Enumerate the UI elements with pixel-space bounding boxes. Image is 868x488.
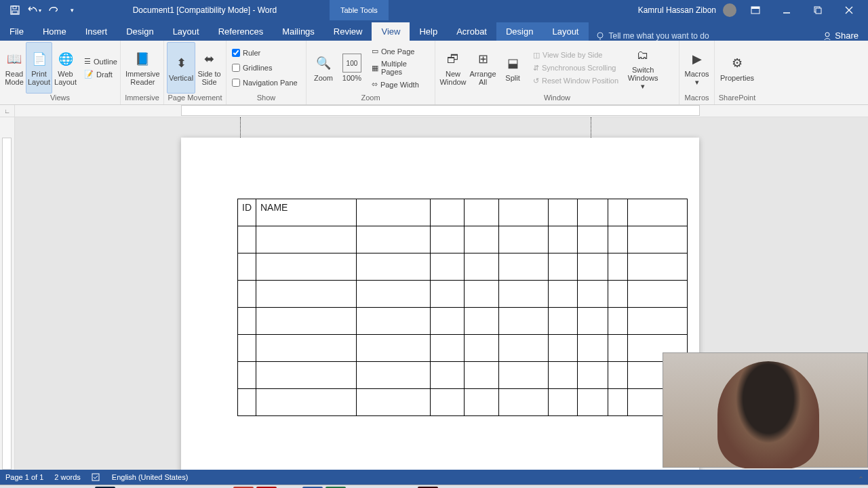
new-window-icon: 🗗 — [443, 49, 462, 68]
table-row[interactable] — [238, 253, 688, 281]
page-width-button[interactable]: ⬄Page Width — [369, 79, 429, 90]
tab-help[interactable]: Help — [410, 22, 447, 41]
sync-icon: ⇵ — [533, 64, 539, 73]
table-cell[interactable] — [499, 199, 549, 226]
tab-home[interactable]: Home — [33, 22, 76, 41]
table-cell[interactable] — [357, 199, 431, 226]
switch-icon: 🗂 — [633, 45, 652, 64]
tab-file[interactable]: File — [0, 22, 33, 41]
tab-references[interactable]: References — [209, 22, 273, 41]
document-table[interactable]: ID NAME — [237, 199, 688, 416]
table-cell[interactable]: NAME — [256, 199, 357, 226]
onepage-icon: ▭ — [372, 47, 378, 56]
table-cell[interactable] — [608, 199, 628, 226]
tab-view[interactable]: View — [372, 22, 410, 41]
tab-insert[interactable]: Insert — [76, 22, 117, 41]
ruler-row: ∟ — [0, 105, 868, 117]
switch-windows-button[interactable]: 🗂Switch Windows ▾ — [624, 42, 662, 94]
draft-button[interactable]: 📝Draft — [81, 68, 120, 80]
page-count[interactable]: Page 1 of 1 — [5, 473, 43, 481]
table-cell[interactable] — [431, 199, 465, 226]
ribbon-tabs: File Home Insert Design Layout Reference… — [0, 20, 868, 41]
table-row[interactable] — [238, 335, 688, 362]
bulb-icon — [595, 31, 605, 41]
table-cell[interactable]: ID — [238, 199, 256, 226]
ribbon-display-icon[interactable] — [743, 0, 768, 20]
group-sharepoint: ⚙Properties SharePoint — [715, 41, 760, 104]
close-icon[interactable] — [837, 0, 861, 20]
horizontal-ruler[interactable] — [15, 105, 868, 117]
vertical-ruler[interactable] — [0, 117, 15, 470]
spell-check-icon[interactable] — [92, 472, 101, 482]
read-mode-button[interactable]: 📖 Read Mode — [3, 42, 26, 94]
gridlines-checkbox[interactable]: Gridlines — [232, 61, 298, 75]
ribbon-body: 📖 Read Mode 📄 Print Layout 🌐 Web Layout … — [0, 41, 868, 105]
table-row[interactable] — [238, 389, 688, 416]
word-count[interactable]: 2 words — [54, 473, 81, 481]
user-avatar[interactable] — [723, 3, 736, 17]
table-cell[interactable] — [465, 199, 499, 226]
svg-rect-4 — [751, 7, 760, 9]
split-button[interactable]: ⬓Split — [498, 42, 528, 94]
tab-layout[interactable]: Layout — [163, 22, 209, 41]
table-row[interactable] — [238, 226, 688, 253]
taskbar: ◫ 📁 ▣ Ps 🌐 ▶ ☁ ⬣ 🌈 N A ◉ W X ▦ ● ◢ Ai ⧩ … — [0, 485, 868, 488]
new-window-button[interactable]: 🗗New Window — [438, 42, 468, 94]
immersive-icon: 📘 — [133, 49, 152, 68]
table-row[interactable] — [238, 308, 688, 335]
maximize-icon[interactable] — [806, 0, 830, 20]
svg-rect-7 — [816, 8, 821, 14]
one-page-button[interactable]: ▭One Page — [369, 45, 429, 57]
ruler-checkbox[interactable]: Ruler — [232, 46, 298, 60]
tell-me-search[interactable]: Tell me what you want to do — [589, 31, 716, 41]
properties-icon: ⚙ — [728, 54, 747, 73]
redo-icon[interactable] — [45, 2, 61, 18]
zoom-100-button[interactable]: 100100% — [338, 42, 366, 94]
table-row[interactable] — [238, 362, 688, 389]
collapse-ribbon-icon[interactable]: ⌃ — [858, 475, 864, 484]
user-name: Kamrul Hassan Zibon — [638, 5, 716, 15]
tab-table-design[interactable]: Design — [496, 22, 542, 41]
table-cell[interactable] — [549, 199, 578, 226]
share-button[interactable]: Share — [813, 30, 868, 41]
draft-icon: 📝 — [84, 70, 94, 79]
zoom-button[interactable]: 🔍Zoom — [309, 42, 338, 94]
page[interactable]: ID NAME — [181, 138, 699, 470]
vertical-icon: ⬍ — [172, 54, 191, 73]
read-mode-icon: 📖 — [5, 49, 24, 68]
multi-icon: ▦ — [372, 64, 378, 73]
tab-mailings[interactable]: Mailings — [273, 22, 324, 41]
view-side-by-side-button: ◫View Side by Side — [530, 49, 621, 61]
hundred-icon: 100 — [342, 54, 361, 73]
minimize-icon[interactable] — [774, 0, 799, 20]
table-row[interactable] — [238, 281, 688, 308]
navpane-checkbox[interactable]: Navigation Pane — [232, 76, 298, 89]
macros-button[interactable]: ▶Macros▾ — [682, 42, 711, 94]
table-cell[interactable] — [578, 199, 608, 226]
language-status[interactable]: English (United States) — [112, 473, 189, 481]
web-layout-icon: 🌐 — [56, 49, 75, 68]
print-layout-button[interactable]: 📄 Print Layout — [26, 42, 52, 94]
table-cell[interactable] — [628, 199, 688, 226]
arrange-all-button[interactable]: ⊞Arrange All — [468, 42, 498, 94]
tab-acrobat[interactable]: Acrobat — [447, 22, 496, 41]
multi-pages-button[interactable]: ▦Multiple Pages — [369, 58, 429, 77]
undo-icon[interactable]: ▾ — [26, 2, 42, 18]
title-bar: ▾ ▾ Document1 [Compatibility Mode] - Wor… — [0, 0, 868, 20]
outline-button[interactable]: ☰Outline — [81, 56, 120, 67]
web-layout-button[interactable]: 🌐 Web Layout — [52, 42, 79, 94]
save-icon[interactable] — [7, 2, 23, 18]
ruler-corner[interactable]: ∟ — [0, 105, 15, 117]
tab-table-layout[interactable]: Layout — [542, 22, 588, 41]
qat-customize-icon[interactable]: ▾ — [64, 2, 80, 18]
immersive-reader-button[interactable]: 📘Immersive Reader — [123, 42, 162, 94]
table-row[interactable]: ID NAME — [238, 199, 688, 226]
group-zoom: 🔍Zoom 100100% ▭One Page ▦Multiple Pages … — [307, 41, 435, 104]
tab-review[interactable]: Review — [324, 22, 372, 41]
side-to-side-button[interactable]: ⬌Side to Side — [195, 42, 223, 94]
reset-icon: ↺ — [533, 77, 539, 85]
vertical-button[interactable]: ⬍Vertical — [167, 42, 195, 94]
tab-design[interactable]: Design — [117, 22, 163, 41]
group-window: 🗗New Window ⊞Arrange All ⬓Split ◫View Si… — [435, 41, 679, 104]
properties-button[interactable]: ⚙Properties — [717, 42, 757, 94]
